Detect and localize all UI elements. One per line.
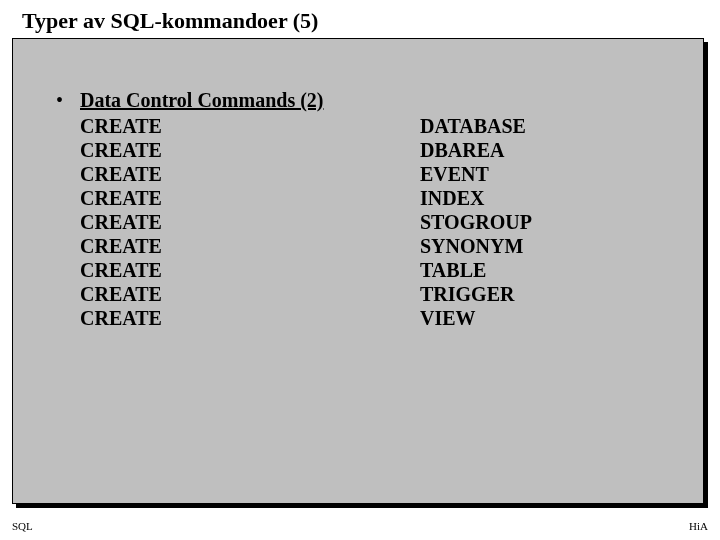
command-row: CREATE INDEX bbox=[80, 186, 532, 210]
footer-right: HiA bbox=[689, 520, 708, 532]
page-title: Typer av SQL-kommandoer (5) bbox=[22, 8, 318, 34]
command-right: TABLE bbox=[420, 258, 486, 282]
command-left: CREATE bbox=[80, 114, 420, 138]
footer-left: SQL bbox=[12, 520, 33, 532]
command-row: CREATE SYNONYM bbox=[80, 234, 532, 258]
command-left: CREATE bbox=[80, 138, 420, 162]
bullet-icon: • bbox=[56, 88, 80, 112]
command-right: TRIGGER bbox=[420, 282, 514, 306]
command-left: CREATE bbox=[80, 258, 420, 282]
command-right: DATABASE bbox=[420, 114, 526, 138]
command-right: SYNONYM bbox=[420, 234, 523, 258]
command-list: CREATE DATABASE CREATE DBAREA CREATE EVE… bbox=[80, 114, 532, 330]
bullet-row: • Data Control Commands (2) bbox=[56, 88, 532, 112]
command-right: DBAREA bbox=[420, 138, 504, 162]
command-row: CREATE TRIGGER bbox=[80, 282, 532, 306]
slide: Typer av SQL-kommandoer (5) • Data Contr… bbox=[0, 0, 720, 540]
section-heading: Data Control Commands (2) bbox=[80, 88, 324, 112]
command-row: CREATE DBAREA bbox=[80, 138, 532, 162]
command-row: CREATE TABLE bbox=[80, 258, 532, 282]
content-block: • Data Control Commands (2) CREATE DATAB… bbox=[56, 88, 532, 330]
command-row: CREATE EVENT bbox=[80, 162, 532, 186]
command-row: CREATE VIEW bbox=[80, 306, 532, 330]
command-right: EVENT bbox=[420, 162, 489, 186]
command-right: VIEW bbox=[420, 306, 476, 330]
command-left: CREATE bbox=[80, 186, 420, 210]
command-left: CREATE bbox=[80, 210, 420, 234]
command-left: CREATE bbox=[80, 162, 420, 186]
command-right: STOGROUP bbox=[420, 210, 532, 234]
command-row: CREATE DATABASE bbox=[80, 114, 532, 138]
command-left: CREATE bbox=[80, 282, 420, 306]
command-right: INDEX bbox=[420, 186, 484, 210]
command-left: CREATE bbox=[80, 306, 420, 330]
command-row: CREATE STOGROUP bbox=[80, 210, 532, 234]
command-left: CREATE bbox=[80, 234, 420, 258]
